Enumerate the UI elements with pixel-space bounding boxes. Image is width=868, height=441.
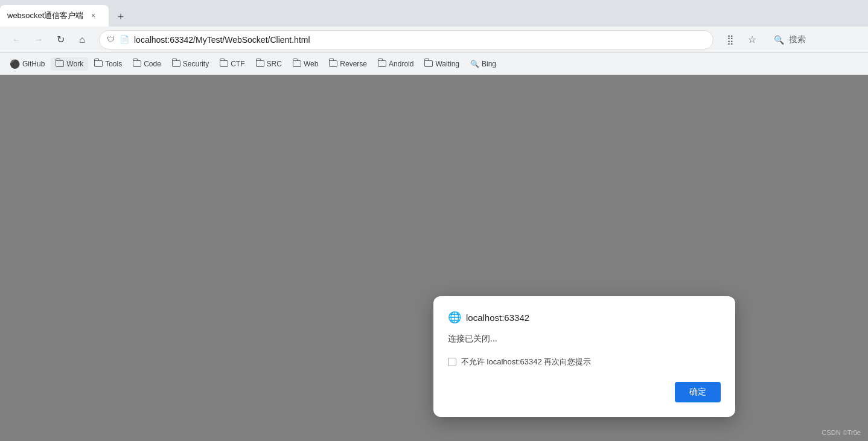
dialog-actions: 确定	[448, 382, 721, 402]
folder-icon	[424, 60, 433, 67]
dialog-site-name: localhost:63342	[466, 313, 529, 323]
dialog-checkbox-label: 不允许 localhost:63342 再次向您提示	[461, 357, 591, 367]
search-placeholder: 搜索	[789, 34, 806, 45]
active-tab[interactable]: websocket通信客户端 ×	[0, 5, 109, 27]
dialog-confirm-button[interactable]: 确定	[675, 382, 721, 402]
bookmark-label: Work	[66, 60, 83, 68]
folder-icon	[329, 60, 337, 67]
folder-icon	[256, 60, 264, 67]
new-tab-button[interactable]: +	[111, 7, 130, 27]
folder-icon	[293, 60, 301, 67]
folder-icon	[94, 60, 103, 67]
tab-title: websocket通信客户端	[7, 10, 83, 21]
browser-chrome: websocket通信客户端 × + ← → ↻ ⌂ 🛡 📄 localhost…	[0, 0, 868, 75]
bookmark-reverse[interactable]: Reverse	[324, 57, 372, 71]
folder-icon	[378, 60, 386, 67]
folder-icon	[172, 60, 180, 67]
bookmark-label: Web	[304, 60, 318, 68]
bookmark-label: SRC	[267, 60, 282, 68]
bookmark-waiting[interactable]: Waiting	[420, 57, 464, 71]
watermark: CSDN ©Tr0e	[822, 429, 861, 436]
url-text: localhost:63342/MyTest/WebSocket/Client.…	[134, 35, 706, 45]
tab-bar: websocket通信客户端 × +	[0, 0, 868, 27]
bookmark-label: Android	[389, 60, 413, 68]
bookmark-work[interactable]: Work	[51, 57, 88, 71]
bookmark-tools[interactable]: Tools	[89, 57, 127, 71]
bookmark-code[interactable]: Code	[128, 57, 166, 71]
bookmark-src[interactable]: SRC	[251, 57, 287, 71]
bookmark-android[interactable]: Android	[373, 57, 418, 71]
bookmark-label: Code	[144, 60, 161, 68]
search-bookmark-icon: 🔍	[470, 60, 479, 68]
shield-nav-icon: 🛡	[107, 35, 115, 44]
extensions-button[interactable]: ⣿	[721, 30, 740, 49]
github-icon: ⚫	[10, 59, 20, 69]
bookmark-star-button[interactable]: ☆	[742, 30, 762, 49]
nav-right-area: ⣿ ☆ 🔍 搜索	[721, 30, 861, 49]
bookmark-label: GitHub	[22, 60, 45, 68]
back-button[interactable]: ←	[7, 30, 27, 49]
forward-button[interactable]: →	[29, 30, 48, 49]
page-icon: 📄	[120, 35, 129, 44]
dialog-site-row: 🌐 localhost:63342	[448, 311, 721, 324]
bookmark-label: CTF	[231, 60, 244, 68]
reload-button[interactable]: ↻	[51, 30, 70, 49]
bookmark-label: Reverse	[340, 60, 367, 68]
dialog-checkbox[interactable]	[448, 358, 456, 366]
bookmark-ctf[interactable]: CTF	[215, 57, 249, 71]
bookmarks-bar: ⚫ GitHub Work Tools Code Security CTF	[0, 53, 868, 75]
folder-icon	[56, 60, 64, 67]
nav-bar: ← → ↻ ⌂ 🛡 📄 localhost:63342/MyTest/WebSo…	[0, 27, 868, 53]
dialog-message: 连接已关闭...	[448, 334, 721, 344]
bookmark-bing[interactable]: 🔍 Bing	[465, 57, 501, 71]
bookmark-github[interactable]: ⚫ GitHub	[5, 57, 49, 71]
bookmark-security[interactable]: Security	[167, 57, 214, 71]
search-box[interactable]: 🔍 搜索	[764, 30, 861, 49]
address-bar[interactable]: 🛡 📄 localhost:63342/MyTest/WebSocket/Cli…	[99, 30, 713, 49]
search-icon: 🔍	[774, 35, 784, 45]
folder-icon	[133, 60, 141, 67]
tab-close-button[interactable]: ×	[88, 11, 98, 21]
alert-dialog: 🌐 localhost:63342 连接已关闭... 不允许 localhost…	[433, 296, 735, 417]
folder-icon	[220, 60, 228, 67]
bookmark-label: Security	[183, 60, 209, 68]
page-content: 🌐 localhost:63342 连接已关闭... 不允许 localhost…	[0, 75, 868, 441]
dialog-overlay: 🌐 localhost:63342 连接已关闭... 不允许 localhost…	[0, 75, 868, 441]
dialog-checkbox-row: 不允许 localhost:63342 再次向您提示	[448, 357, 721, 367]
bookmark-label: Tools	[105, 60, 122, 68]
bookmark-label: Bing	[482, 60, 496, 68]
bookmark-web[interactable]: Web	[288, 57, 323, 71]
bookmark-label: Waiting	[435, 60, 459, 68]
globe-icon: 🌐	[448, 311, 461, 324]
home-button[interactable]: ⌂	[72, 30, 92, 49]
